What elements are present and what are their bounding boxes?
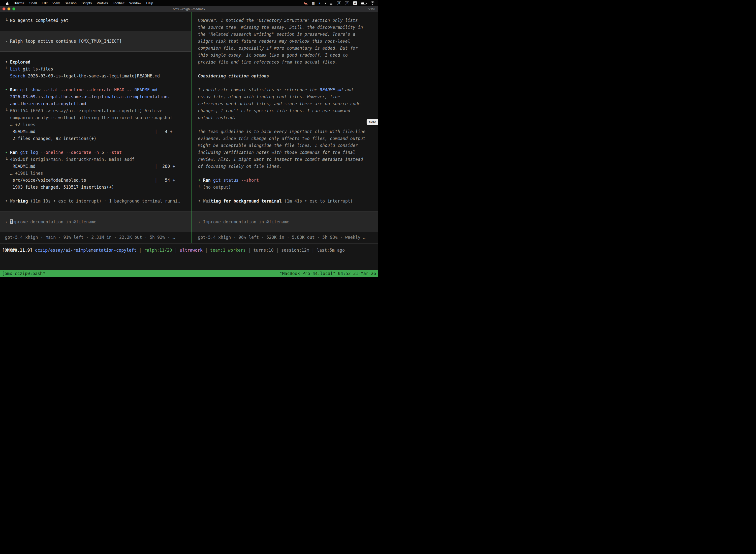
terminal: └ No agents completed yet › Ralph loop a… bbox=[0, 12, 378, 277]
window-title-bar[interactable]: omx --xhigh --madmax ⌥⌘1 bbox=[0, 6, 378, 12]
terminal-line: └ 4b9d30f (origin/main, instructkr/main,… bbox=[5, 156, 191, 163]
terminal-line: the source tree, missing the essay. Stil… bbox=[198, 24, 378, 31]
working-indicator: • Working (11m 13s • esc to interrupt) ·… bbox=[5, 198, 191, 205]
screen-share-notification[interactable]: Scre bbox=[367, 119, 378, 125]
left-prompt-input[interactable]: › Improve documentation in @filename bbox=[0, 212, 191, 232]
terminal-line: 1903 files changed, 513517 insertions(+) bbox=[5, 184, 191, 190]
terminal-line bbox=[198, 170, 378, 177]
terminal-line: companion analysis without altering the … bbox=[5, 114, 191, 121]
terminal-line: The team guideline is to back every impo… bbox=[198, 128, 378, 135]
tmux-session-label: [omx-cczip0:bash* bbox=[2, 270, 45, 277]
minimize-button[interactable] bbox=[7, 7, 10, 10]
terminal-line: src/voice/voiceModeEnabled.ts | 54 + bbox=[5, 177, 191, 184]
apps-grid-icon[interactable] bbox=[330, 1, 333, 5]
terminal-line: this single essay, it seems like a good … bbox=[198, 52, 378, 59]
terminal-line bbox=[198, 190, 378, 198]
menu-shell[interactable]: Shell bbox=[27, 1, 39, 5]
traffic-lights bbox=[0, 7, 15, 10]
terminal-line: └ List git ls-files bbox=[5, 65, 191, 72]
close-button[interactable] bbox=[2, 7, 5, 10]
model-status-line: gpt-5.4 xhigh · main · 91% left · 2.31M … bbox=[5, 234, 191, 241]
tmux-host-time-label: "MacBook-Pro-44.local" 04:52 31-Mar-26 bbox=[279, 270, 376, 277]
right-terminal-pane[interactable]: However, I noticed the "Directory Struct… bbox=[191, 12, 378, 243]
left-model-status: gpt-5.4 xhigh · main · 91% left · 2.31M … bbox=[5, 234, 191, 241]
menu-edit[interactable]: Edit bbox=[39, 1, 50, 5]
screen-recording-indicator[interactable] bbox=[304, 2, 308, 4]
terminal-line: README.md | 4 + bbox=[5, 128, 191, 135]
menu-scripts[interactable]: Scripts bbox=[79, 1, 94, 5]
terminal-line: 2 files changed, 92 insertions(+) bbox=[5, 135, 191, 142]
battery-icon[interactable] bbox=[361, 2, 367, 4]
ralph-loop-message: › Ralph loop active continue [OMX_TMUX_I… bbox=[5, 38, 191, 45]
terminal-line: essay file, along with finding root file… bbox=[198, 93, 378, 100]
ran-git-log: • Ran git log --oneline --decorate -n 5 … bbox=[5, 149, 191, 156]
ran-git-show: • Ran git show --stat --oneline --decora… bbox=[5, 87, 191, 93]
ralph-loop-banner: › Ralph loop active continue [OMX_TMUX_I… bbox=[0, 31, 191, 52]
terminal-line: … +1901 lines bbox=[5, 170, 191, 177]
menu-view[interactable]: View bbox=[50, 1, 62, 5]
window-manager-icon[interactable]: ▦ bbox=[312, 1, 315, 5]
menu-session[interactable]: Session bbox=[62, 1, 79, 5]
keypad-8-icon[interactable]: 8 bbox=[337, 1, 341, 5]
terminal-line: evidence. Since this change only affects… bbox=[198, 135, 378, 142]
menu-items: ShellEditViewSessionScriptsProfilesToolb… bbox=[27, 1, 155, 5]
terminal-line bbox=[5, 142, 191, 149]
terminal-line: and-the-erosion-of-copyleft.md bbox=[5, 100, 191, 107]
macos-screen: iTerm2 ShellEditViewSessionScriptsProfil… bbox=[0, 0, 378, 277]
left-terminal-pane[interactable]: └ No agents completed yet › Ralph loop a… bbox=[0, 12, 191, 243]
omx-status-bar: [OMX#0.11.9] cczip/essay/ai-reimplementa… bbox=[0, 243, 378, 263]
menu-profiles[interactable]: Profiles bbox=[94, 1, 110, 5]
terminal-line: might be acceptable alongside the file l… bbox=[198, 142, 378, 149]
app-menu-iterm2[interactable]: iTerm2 bbox=[11, 1, 27, 5]
terminal-line bbox=[5, 79, 191, 87]
right-model-status: gpt-5.4 xhigh · 96% left · 520K in · 5.8… bbox=[198, 234, 378, 241]
terminal-line: of focusing solely on file lines. bbox=[198, 163, 378, 170]
omx-status-line: [OMX#0.11.9] cczip/essay/ai-reimplementa… bbox=[2, 247, 378, 254]
prompt-line: › Improve documentation in @filename bbox=[198, 218, 378, 225]
window-title: omx --xhigh --madmax bbox=[0, 7, 378, 11]
waiting-indicator: • Waiting for background terminal (1m 41… bbox=[198, 198, 378, 205]
menu-status-icons: ▦●◑861A bbox=[304, 1, 375, 5]
terminal-line: output instead. bbox=[198, 114, 378, 121]
wifi-icon[interactable] bbox=[371, 1, 375, 5]
menu-toolbelt[interactable]: Toolbelt bbox=[110, 1, 127, 5]
apple-menu[interactable] bbox=[3, 1, 11, 5]
terminal-line: changes, I can't cite specific file line… bbox=[198, 107, 378, 114]
terminal-line: … +2 lines bbox=[5, 121, 191, 128]
reasoning-heading: Considering citation options bbox=[198, 72, 378, 79]
dark-app-icon[interactable]: ◑ bbox=[324, 1, 326, 5]
prompt-line: › Improve documentation in @filename bbox=[5, 218, 191, 225]
window-shortcut-badge: ⌥⌘1 bbox=[367, 7, 378, 11]
terminal-line: └ 067f154 (HEAD -> essay/ai-reimplementa… bbox=[5, 107, 191, 114]
apple-icon bbox=[5, 1, 9, 5]
menu-help[interactable]: Help bbox=[144, 1, 155, 5]
terminal-line: └ (no output) bbox=[198, 184, 378, 190]
menu-bar: iTerm2 ShellEditViewSessionScriptsProfil… bbox=[0, 0, 378, 6]
right-prompt-input[interactable]: › Improve documentation in @filename bbox=[191, 212, 378, 232]
terminal-line: provide file and line references from th… bbox=[198, 59, 378, 65]
terminal-line bbox=[5, 52, 191, 59]
terminal-line: 2026-03-09-is-legal-the-same-as-legitima… bbox=[5, 93, 191, 100]
terminal-line: review. Also, I might want to inspect th… bbox=[198, 156, 378, 163]
terminal-line: companion file, especially if more comme… bbox=[198, 45, 378, 52]
terminal-line: However, I noticed the "Directory Struct… bbox=[198, 17, 378, 24]
raindrop-icon[interactable]: ● bbox=[318, 1, 320, 5]
terminal-line: references need actual files, and since … bbox=[198, 100, 378, 107]
input-source-icon[interactable]: A bbox=[353, 1, 357, 5]
terminal-line bbox=[5, 190, 191, 198]
terminal-line: including verification notes with those … bbox=[198, 149, 378, 156]
terminal-line bbox=[198, 205, 378, 212]
terminal-line: Search 2026-03-09-is-legal-the-same-as-l… bbox=[5, 72, 191, 79]
terminal-line bbox=[5, 24, 191, 31]
terminal-line: I could cite commit statistics or refere… bbox=[198, 87, 378, 93]
terminal-line bbox=[198, 79, 378, 87]
zoom-button[interactable] bbox=[12, 7, 15, 10]
explored-header: • Explored bbox=[5, 59, 191, 65]
stats-61-icon[interactable]: 61 bbox=[345, 1, 349, 5]
ran-git-status: • Ran git status --short bbox=[198, 177, 378, 184]
menu-window[interactable]: Window bbox=[127, 1, 144, 5]
terminal-line: the "Related research writing" section i… bbox=[198, 31, 378, 38]
tmux-status-bar: [omx-cczip0:bash* "MacBook-Pro-44.local"… bbox=[0, 270, 378, 277]
tmux-panes: └ No agents completed yet › Ralph loop a… bbox=[0, 12, 378, 243]
no-agents-line: └ No agents completed yet bbox=[5, 17, 191, 24]
